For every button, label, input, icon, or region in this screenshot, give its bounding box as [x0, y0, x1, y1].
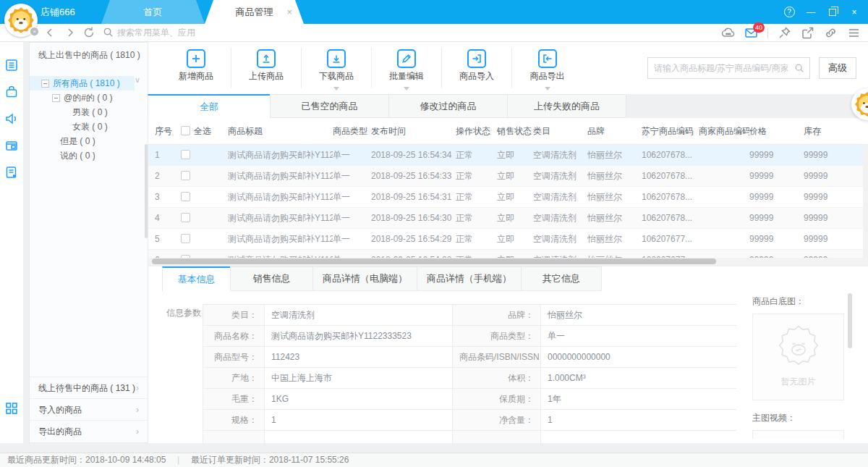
maximize-button[interactable]: [822, 0, 843, 24]
detail-tabs: 基本信息 销售信息 商品详情（电脑端） 商品详情（手机端） 其它信息: [163, 266, 602, 291]
tree-item-womens[interactable]: 女装 ( 0 ): [30, 119, 148, 134]
megaphone-icon[interactable]: [4, 112, 19, 126]
table-row[interactable]: 5测试商品请勿购买邮补Y1122...单一2018-09-25 16:54:29…: [148, 229, 868, 250]
field-value: 空调清洗剂: [265, 305, 453, 326]
field-label: 商品型号：: [203, 347, 265, 368]
row-checkbox[interactable]: [181, 234, 190, 243]
refresh-icon[interactable]: [82, 26, 95, 39]
imported-products-item[interactable]: 导入的商品›: [30, 398, 148, 420]
tab-upload-failed[interactable]: 上传失败的商品: [507, 94, 626, 118]
tab-home[interactable]: 首页: [101, 0, 205, 24]
inventory-notes-icon[interactable]: [4, 165, 19, 180]
exported-products-item[interactable]: 导出的商品›: [30, 420, 148, 442]
row-checkbox[interactable]: [181, 150, 190, 159]
detail-scrollbar[interactable]: [848, 293, 852, 348]
import-icon: [471, 53, 482, 64]
field-value: 1: [541, 410, 736, 431]
cloud-sync-icon[interactable]: [721, 26, 735, 40]
field-label: 商品条码/ISBN/ISSN：: [453, 347, 541, 368]
download-product-button[interactable]: 下载商品: [302, 48, 372, 88]
menu-search-input[interactable]: [117, 25, 421, 40]
table-row[interactable]: 3测试商品请勿购买邮补Y1122...单一2018-09-25 16:54:31…: [148, 187, 868, 208]
table-horizontal-scrollbar[interactable]: [148, 258, 868, 265]
collapse-icon[interactable]: [41, 80, 49, 88]
link-icon[interactable]: [824, 26, 838, 40]
minimize-button[interactable]: —: [800, 0, 822, 24]
field-value: 中国上海上海市: [265, 368, 453, 389]
field-value: 1: [265, 410, 453, 431]
product-search-box: [647, 57, 810, 79]
import-product-button[interactable]: 商品导入: [442, 48, 512, 88]
row-checkbox[interactable]: [181, 213, 190, 222]
chevron-right-icon: ›: [136, 399, 139, 421]
advanced-search-button[interactable]: 高级: [819, 57, 856, 79]
close-icon: ×: [851, 7, 856, 17]
tab-close-icon[interactable]: ×: [286, 0, 292, 24]
upload-product-button[interactable]: 上传商品: [231, 48, 302, 88]
selling-products-header[interactable]: 线上出售中的商品 ( 1810 ) ∨: [30, 43, 148, 67]
close-button[interactable]: ×: [843, 0, 865, 24]
pin-icon[interactable]: [778, 26, 791, 40]
tab-detail-mobile[interactable]: 商品详情（手机端）: [417, 266, 522, 291]
order-update-time: 最近订单更新时间：2018-11-07 15:55:26: [191, 455, 349, 465]
avatar[interactable]: ×: [4, 4, 38, 37]
collapse-icon[interactable]: [52, 94, 60, 102]
product-search-input[interactable]: [654, 58, 788, 78]
tab-basic-info[interactable]: 基本信息: [162, 266, 231, 291]
select-all-checkbox[interactable]: [181, 126, 190, 135]
field-value: 1KG: [265, 389, 453, 410]
field-label: [203, 431, 265, 443]
scrollbar-thumb[interactable]: [152, 258, 716, 264]
basic-info-grid: 类目： 空调清洗剂 品牌： 怡丽丝尔 商品名称： 测试商品请勿购买邮补Y1122…: [203, 304, 736, 443]
field-label: 保质期：: [453, 389, 541, 410]
search-icon[interactable]: [794, 63, 804, 73]
back-icon[interactable]: [43, 26, 56, 39]
assistant-mascot-button[interactable]: [851, 88, 868, 120]
apps-grid-icon[interactable]: [4, 401, 19, 416]
dropdown-caret-icon: [545, 87, 550, 91]
dropdown-caret-icon: [333, 87, 339, 91]
field-label: 商品名称：: [203, 326, 265, 347]
batch-edit-button[interactable]: 批量编辑: [372, 48, 442, 88]
tab-product-management[interactable]: 商品管理 ×: [205, 0, 304, 24]
field-value: 测试商品请勿购买邮补Y1122333523: [265, 326, 453, 347]
menu-icon[interactable]: [847, 26, 861, 40]
tree-item-mens[interactable]: 男装 ( 0 ): [30, 105, 148, 119]
tab-sold-out[interactable]: 已售空的商品: [270, 94, 389, 118]
shopping-bag-icon[interactable]: [4, 85, 19, 99]
table-row[interactable]: 4测试商品请勿购买邮补Y1122...单一2018-09-25 16:54:30…: [148, 208, 868, 229]
tab-modified[interactable]: 修改过的商品: [388, 94, 508, 118]
tree-item-category[interactable]: @的#的 ( 0 ): [30, 91, 135, 105]
tab-all[interactable]: 全部: [148, 94, 271, 118]
tree-scrollbar[interactable]: [145, 144, 148, 238]
storage-box-icon[interactable]: [4, 138, 19, 153]
tab-detail-pc[interactable]: 商品详情（电脑端）: [312, 266, 417, 291]
table-vertical-scrollbar[interactable]: [863, 145, 868, 258]
product-list-icon[interactable]: [4, 58, 19, 72]
row-checkbox[interactable]: [181, 192, 190, 201]
forward-icon[interactable]: [64, 26, 77, 39]
tree-item-shuode[interactable]: 说的 ( 0 ): [30, 148, 148, 163]
help-button[interactable]: ?: [778, 0, 800, 24]
table-row[interactable]: 6测试商品请勿购买邮补Y1122...单一2018-09-25 16:54:28…: [148, 250, 868, 258]
export-icon: [542, 53, 553, 64]
presale-products-item[interactable]: 线上待售中的商品 ( 131 )›: [30, 376, 148, 398]
chevron-right-icon: ›: [136, 377, 139, 399]
detail-panel: 基本信息 销售信息 商品详情（电脑端） 商品详情（手机端） 其它信息 信息参数：…: [148, 266, 868, 443]
field-label: 净含量：: [453, 410, 541, 431]
export-product-button[interactable]: 商品导出: [512, 48, 582, 88]
row-checkbox[interactable]: [181, 171, 190, 180]
titlebar: 店铺666 首页 商品管理 × ? — ×: [0, 0, 868, 24]
field-label: [453, 431, 541, 443]
tree-item-danshi[interactable]: 但是 ( 0 ): [30, 134, 148, 148]
upload-icon: [260, 53, 272, 64]
tab-other-info[interactable]: 其它信息: [521, 266, 602, 291]
tree-item-all-products[interactable]: 所有商品 ( 1810 ): [30, 76, 135, 91]
add-product-button[interactable]: 新增商品: [161, 48, 231, 88]
selling-products-label: 线上出售中的商品 ( 1810 ): [38, 50, 140, 60]
open-external-icon[interactable]: [801, 26, 814, 40]
table-row[interactable]: 1测试商品请勿购买邮补Y1122...单一2018-09-25 16:54:34…: [148, 145, 868, 166]
tab-sales-info[interactable]: 销售信息: [230, 266, 313, 291]
mail-button[interactable]: 40: [744, 26, 758, 40]
table-row[interactable]: 2测试商品请勿购买邮补Y1122...单一2018-09-25 16:54:33…: [148, 166, 868, 187]
